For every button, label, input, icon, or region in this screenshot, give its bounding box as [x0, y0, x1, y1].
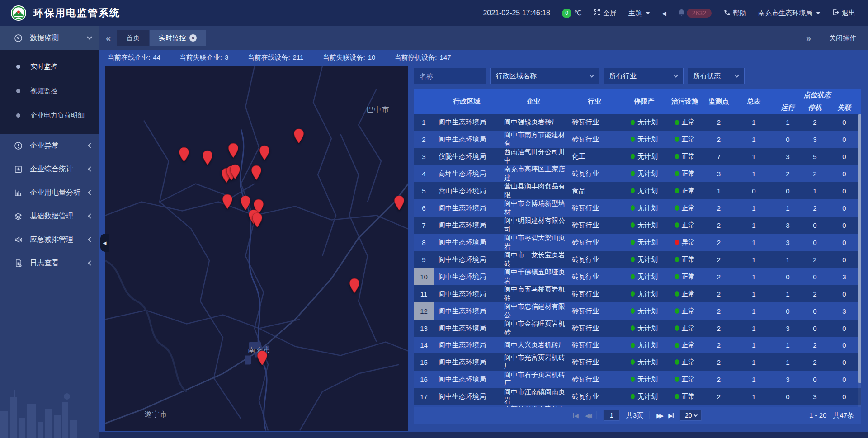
- stop-status-cell: 无计划: [622, 302, 667, 320]
- stop-status-cell: 无计划: [622, 353, 667, 371]
- status-badge: 无计划: [631, 392, 658, 401]
- company-cell: 阆中市五马桥页岩机砖: [500, 285, 567, 302]
- map-pin-icon[interactable]: [393, 195, 405, 211]
- stopped-count-cell: 3: [802, 388, 827, 405]
- points-cell: 2: [703, 131, 735, 148]
- page-title: 环保用电监管系统: [33, 6, 120, 20]
- last-page-button[interactable]: ▶: [668, 412, 674, 419]
- status-text: 正常: [682, 324, 695, 333]
- name-filter-input[interactable]: [414, 68, 486, 84]
- map-pin-icon[interactable]: [349, 278, 360, 293]
- run-count-cell: 3: [773, 234, 802, 251]
- status-dot-icon: [631, 377, 635, 382]
- chevron-left-icon: [88, 143, 93, 148]
- table-scrollbar[interactable]: [858, 114, 861, 407]
- notification-bell[interactable]: 2632: [678, 9, 712, 18]
- sidebar-group-企业用电量分析[interactable]: 企业用电量分析: [0, 181, 99, 204]
- page-number-input[interactable]: 1: [604, 410, 620, 421]
- table-row[interactable]: 17阆中生态环境局阆中市江南镇阆南页岩砖瓦行业无计划正常21030: [414, 388, 861, 405]
- table-row[interactable]: 14阆中生态环境局阆中大兴页岩机砖厂砖瓦行业无计划正常21120: [414, 337, 861, 353]
- help-button[interactable]: 帮助: [723, 9, 746, 18]
- chevron-left-icon: [88, 166, 93, 171]
- fullscreen-button[interactable]: 全屏: [594, 9, 617, 18]
- map-pin-icon[interactable]: [222, 194, 233, 209]
- map-pin-icon[interactable]: [251, 212, 263, 228]
- tab-实时监控[interactable]: 实时监控×: [150, 30, 206, 46]
- status-text: 无计划: [637, 255, 658, 264]
- sidebar-group-日志查看[interactable]: 日志查看: [0, 251, 99, 275]
- datetime-text: 2021-02-25 17:46:18: [483, 9, 550, 17]
- facility-status-cell: 正常: [667, 199, 703, 217]
- table-row[interactable]: 13阆中生态环境局阆中市金福旺页岩机砖砖瓦行业无计划正常21300: [414, 320, 861, 337]
- map-roads: [105, 66, 408, 431]
- map-pin-icon[interactable]: [178, 147, 190, 162]
- table-row[interactable]: 7阆中生态环境局阆中明阳建材有限公司砖瓦行业无计划正常21300: [414, 217, 861, 234]
- map-pin-icon[interactable]: [202, 150, 213, 165]
- table-row[interactable]: 8阆中生态环境局阆中市枣碧大梁山页岩砖瓦行业无计划异常21300: [414, 234, 861, 251]
- map-pin-icon[interactable]: [229, 164, 241, 179]
- map-pin-icon[interactable]: [259, 145, 270, 160]
- prev-page-button[interactable]: ◀◀: [585, 412, 590, 419]
- meters-cell: 1: [735, 388, 773, 405]
- table-row[interactable]: 10阆中生态环境局阆中千佛镇五郎垭页岩砖瓦行业无计划正常21003: [414, 268, 861, 285]
- table-row[interactable]: 4高坪生态环境局南充市高坪区王家店建砖瓦行业无计划正常31220: [414, 165, 861, 182]
- theme-dropdown[interactable]: 主题: [628, 9, 650, 18]
- sidebar-group-数据监测[interactable]: 数据监测: [0, 26, 99, 50]
- sidebar-group-应急减排管理[interactable]: 应急减排管理: [0, 228, 99, 251]
- tab-首页[interactable]: 首页: [117, 30, 149, 46]
- close-operations-button[interactable]: 关闭操作: [829, 34, 856, 42]
- industry-filter-select[interactable]: 所有行业: [604, 68, 684, 84]
- table-row[interactable]: 5营山生态环境局营山县润丰肉食品有限食品无计划正常10010: [414, 182, 861, 199]
- table-row[interactable]: 6阆中生态环境局阆中市金博瑞新型墙材砖瓦行业无计划正常21120: [414, 199, 861, 217]
- points-cell: 2: [703, 337, 735, 353]
- sidebar-item-实时监控[interactable]: 实时监控: [0, 54, 99, 79]
- logout-button[interactable]: 退出: [832, 9, 855, 18]
- sidebar-item-视频监控[interactable]: 视频监控: [0, 79, 99, 103]
- map-pin-icon[interactable]: [227, 143, 239, 158]
- map-pin-icon[interactable]: [250, 165, 262, 180]
- tabs-scroll-right-button[interactable]: »: [800, 33, 817, 43]
- industry-cell: 化工: [567, 148, 622, 165]
- table-row[interactable]: 15阆中生态环境局阆中市光富页岩机砖厂砖瓦行业无计划正常21120: [414, 353, 861, 371]
- points-cell: 1: [703, 182, 735, 199]
- next-page-button[interactable]: ▶▶: [656, 412, 662, 419]
- table-row[interactable]: 12阆中生态环境局阆中市忠信建材有限公砖瓦行业无计划正常21003: [414, 302, 861, 320]
- tab-close-icon[interactable]: ×: [189, 34, 197, 42]
- sound-toggle-button[interactable]: ◀: [662, 10, 666, 17]
- sidebar-group-企业异常[interactable]: 企业异常: [0, 134, 99, 157]
- sidebar-item-企业电力负荷明细[interactable]: 企业电力负荷明细: [0, 103, 99, 127]
- table-row[interactable]: 11阆中生态环境局阆中市五马桥页岩机砖砖瓦行业无计划正常21120: [414, 285, 861, 302]
- sidebar-submenu: 实时监控视频监控企业电力负荷明细: [0, 50, 99, 134]
- table-row[interactable]: 2阆中生态环境局阆中市南方节能建材有砖瓦行业无计划正常21030: [414, 131, 861, 148]
- org-dropdown[interactable]: 南充市生态环境局: [758, 9, 821, 18]
- first-page-button[interactable]: ◀: [573, 412, 579, 419]
- region-filter-select[interactable]: 行政区域名称: [490, 68, 599, 84]
- company-cell: 阆中市二龙长宝页岩砖: [500, 251, 567, 268]
- status-dot-icon: [675, 240, 679, 245]
- status-filter-select[interactable]: 所有状态: [688, 68, 745, 84]
- status-badge: 无计划: [631, 341, 658, 349]
- company-cell: 西南油气田分公司川中: [500, 148, 567, 165]
- tabs-scroll-left-button[interactable]: «: [99, 33, 117, 43]
- status-text: 正常: [682, 307, 695, 316]
- table-row[interactable]: 9阆中生态环境局阆中市二龙长宝页岩砖砖瓦行业无计划正常21120: [414, 251, 861, 268]
- status-text: 无计划: [637, 221, 658, 230]
- table-row[interactable]: 3仪陇生态环境局西南油气田分公司川中化工无计划正常71350: [414, 148, 861, 165]
- table-row[interactable]: 1阆中生态环境局阆中强锐页岩砖厂砖瓦行业无计划正常21120: [414, 114, 861, 131]
- page-size-select[interactable]: 20: [680, 410, 702, 421]
- status-dot-icon: [631, 325, 635, 331]
- map-pin-icon[interactable]: [240, 195, 251, 211]
- status-badge: 正常: [675, 170, 695, 178]
- sidebar-group-基础数据管理[interactable]: 基础数据管理: [0, 204, 99, 228]
- table-row[interactable]: 16阆中生态环境局阆中市石子页岩机砖厂砖瓦行业无计划正常21300: [414, 371, 861, 388]
- map-pin-icon[interactable]: [256, 350, 268, 366]
- status-text: 正常: [682, 375, 695, 384]
- status-text: 正常: [682, 358, 695, 367]
- map-panel[interactable]: 巴中市南充市遂宁市: [105, 66, 408, 431]
- map-pin-icon[interactable]: [293, 128, 305, 144]
- status-text: 正常: [682, 255, 695, 264]
- company-cell: 阆中市光富页岩机砖厂: [500, 353, 567, 371]
- sidebar-group-企业综合统计[interactable]: 企业综合统计: [0, 157, 99, 181]
- sidebar-collapse-handle[interactable]: ◀: [100, 234, 109, 252]
- stopped-count-cell: 2: [802, 337, 827, 353]
